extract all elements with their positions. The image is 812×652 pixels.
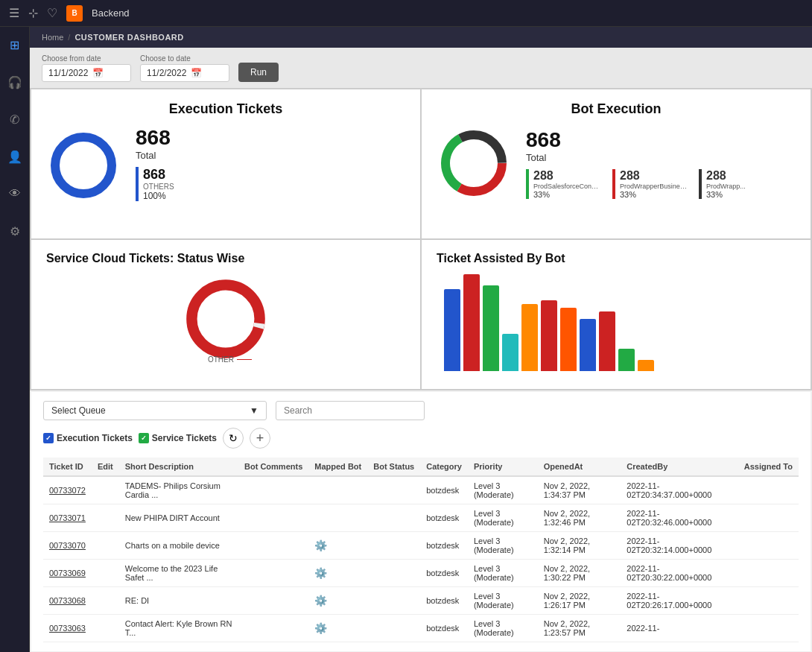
cell-opened-at: Nov 2, 2022, 1:34:37 PM <box>538 476 621 504</box>
search-input[interactable] <box>276 401 425 420</box>
cell-created-by: 2022-11-02T20:30:22.000+0000 <box>621 560 738 587</box>
app-logo: B <box>66 5 83 22</box>
bot-stat-pct-2: 33% <box>620 190 687 199</box>
cell-ticket-id[interactable]: 00733063 <box>43 615 92 642</box>
cell-ticket-id[interactable]: 00733071 <box>43 504 92 532</box>
cell-category: botzdesk <box>420 615 468 642</box>
breadcrumb-separator: / <box>68 33 70 42</box>
exec-stat-pct: 100% <box>143 191 174 201</box>
table-row: 00733069 Welcome to the 2023 Life Safet … <box>43 560 799 587</box>
bot-stat-num-3: 288 <box>706 169 746 183</box>
cell-mapped-bot: ⚙️ <box>308 560 367 587</box>
ticket-assisted-card: Ticket Assisted By Bot <box>422 240 811 389</box>
execution-tickets-stats: 868 Total 868 OTHERS 100% <box>136 126 405 204</box>
bar-fill <box>638 360 654 371</box>
other-label: OTHER <box>208 355 234 364</box>
cell-bot-comments <box>238 532 308 560</box>
bar-fill <box>599 311 615 371</box>
to-date-input[interactable]: 11/2/2022 📅 <box>140 64 229 82</box>
sidebar-item-settings[interactable]: ⚙ <box>3 219 27 243</box>
bot-execution-stats: 868 Total 288 ProdSalesforceConnec... 33… <box>526 128 746 199</box>
col-created-by: CreatedBy <box>621 458 738 476</box>
cell-assigned-to <box>738 532 799 560</box>
bar-chart <box>437 274 796 371</box>
bar-fill <box>483 285 499 371</box>
from-date-value: 11/1/2022 <box>48 68 88 78</box>
select-queue-input[interactable]: Select Queue ▼ <box>43 401 267 420</box>
checkmark-icon: ✓ <box>45 434 51 442</box>
cell-desc: Charts on a mobile device <box>119 532 238 560</box>
cell-ticket-id[interactable]: 00733068 <box>43 587 92 615</box>
hamburger-icon[interactable]: ☰ <box>9 6 19 20</box>
bot-total-label: Total <box>526 152 746 163</box>
cell-bot-comments <box>238 615 308 642</box>
refresh-button[interactable]: ↻ <box>223 428 244 449</box>
sidebar-item-user[interactable]: 👤 <box>3 145 27 168</box>
bar-fill <box>502 334 518 371</box>
cell-opened-at: Nov 2, 2022, 1:32:46 PM <box>538 504 621 532</box>
bot-execution-title: Bot Execution <box>437 101 796 117</box>
cell-priority: Level 3 (Moderate) <box>468 560 538 587</box>
cell-edit <box>92 476 119 504</box>
cell-category: botzdesk <box>420 587 468 615</box>
cell-ticket-id[interactable]: 00733070 <box>43 532 92 560</box>
svg-point-0 <box>55 137 112 194</box>
table-row: 00733070 Charts on a mobile device ⚙️ bo… <box>43 532 799 560</box>
checkbox-green: ✓ <box>139 433 149 443</box>
add-button[interactable]: + <box>250 428 270 449</box>
cell-desc: Welcome to the 2023 Life Safet ... <box>119 560 238 587</box>
ticket-assisted-title: Ticket Assisted By Bot <box>437 252 796 265</box>
from-date-input[interactable]: 11/1/2022 📅 <box>42 64 131 82</box>
bar-item <box>599 274 615 371</box>
cell-category: botzdesk <box>420 476 468 504</box>
breadcrumb-home[interactable]: Home <box>42 33 63 42</box>
bot-stat-name-3: ProdWrapp... <box>706 183 746 190</box>
cell-ticket-id[interactable]: 00733069 <box>43 560 92 587</box>
cell-edit <box>92 615 119 642</box>
bot-total-num: 868 <box>526 128 746 152</box>
exec-stat-item: 868 OTHERS 100% <box>136 167 405 201</box>
table-header: Ticket ID Edit Short Description Bot Com… <box>43 458 799 476</box>
bot-execution-card: Bot Execution 868 Total <box>422 89 811 238</box>
cell-mapped-bot: ⚙️ <box>308 587 367 615</box>
run-button[interactable]: Run <box>238 63 279 82</box>
cell-opened-at: Nov 2, 2022, 1:30:22 PM <box>538 560 621 587</box>
bar-fill <box>541 300 557 371</box>
heart-icon[interactable]: ♡ <box>47 6 57 20</box>
cell-bot-status <box>367 560 420 587</box>
sidebar-item-headset[interactable]: 🎧 <box>3 70 27 94</box>
cell-created-by: 2022-11- <box>621 615 738 642</box>
table-row: 00733063 Contact Alert: Kyle Brown RN T.… <box>43 615 799 642</box>
bot-stats-list: 288 ProdSalesforceConnec... 33% 288 Prod… <box>526 169 746 199</box>
exec-total-label: Total <box>136 150 405 161</box>
sidebar-item-eye[interactable]: 👁 <box>3 182 27 206</box>
cell-ticket-id[interactable]: 00733072 <box>43 476 92 504</box>
service-cloud-donut: OTHER <box>46 274 405 364</box>
execution-tickets-title: Execution Tickets <box>46 101 405 117</box>
sidebar: ⊞ 🎧 ✆ 👤 👁 ⚙ <box>0 27 30 652</box>
tab-execution-tickets[interactable]: ✓ Execution Tickets <box>43 433 133 443</box>
cell-bot-comments <box>238 504 308 532</box>
bot-stat-pct-3: 33% <box>706 190 746 199</box>
bar-item <box>521 274 538 371</box>
breadcrumb: Home / CUSTOMER DASHBOARD <box>30 27 812 48</box>
tickets-table: Ticket ID Edit Short Description Bot Com… <box>43 458 799 642</box>
cell-category: botzdesk <box>420 532 468 560</box>
bot-stat-num-1: 288 <box>533 169 600 183</box>
cell-assigned-to <box>738 560 799 587</box>
sidebar-item-grid[interactable]: ⊞ <box>3 33 27 57</box>
cell-mapped-bot <box>308 476 367 504</box>
bar-fill <box>580 319 596 371</box>
execution-tickets-content: 868 Total 868 OTHERS 100% <box>46 126 405 204</box>
cell-edit <box>92 587 119 615</box>
table-header-row: Ticket ID Edit Short Description Bot Com… <box>43 458 799 476</box>
cursor-icon[interactable]: ⊹ <box>28 6 38 20</box>
cell-desc: Contact Alert: Kyle Brown RN T... <box>119 615 238 642</box>
cell-bot-comments <box>238 560 308 587</box>
bot-execution-content: 868 Total 288 ProdSalesforceConnec... 33… <box>437 126 796 200</box>
sidebar-item-phone[interactable]: ✆ <box>3 107 27 131</box>
tab-service-tickets[interactable]: ✓ Service Tickets <box>139 433 217 443</box>
exec-stat-sub: OTHERS <box>143 183 174 191</box>
cell-opened-at: Nov 2, 2022, 1:32:14 PM <box>538 532 621 560</box>
cell-bot-status <box>367 615 420 642</box>
